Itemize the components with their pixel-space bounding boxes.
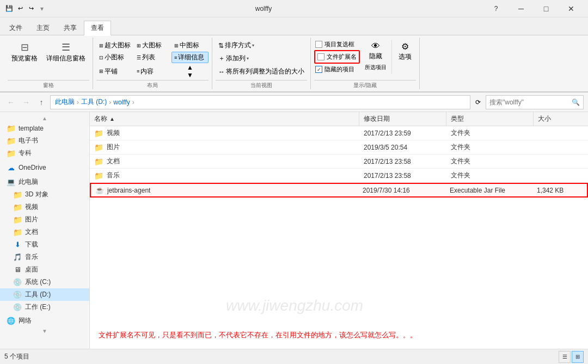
breadcrumb-sep-3: ›: [132, 98, 134, 106]
ribbon-group-current-view: ⇅排序方式▾ ＋添加列▾ ↔将所有列调整为适合的大小 当前视图: [212, 38, 311, 89]
tab-view[interactable]: 查看: [84, 21, 111, 36]
maximize-button[interactable]: □: [534, 0, 559, 17]
preview-pane-btn[interactable]: ⊟ 预览窗格: [8, 40, 41, 79]
checkbox-item-checkboxes[interactable]: 项目复选框: [314, 40, 360, 49]
file-size-1: [534, 140, 588, 154]
file-type-0: 文件夹: [446, 126, 534, 140]
sidebar-item-music[interactable]: 🎵 音乐: [0, 251, 89, 263]
add-column-btn[interactable]: ＋添加列▾: [216, 53, 307, 64]
hide-selected-btn[interactable]: 👁 隐藏: [362, 40, 389, 63]
save-quick-btn[interactable]: 💾: [4, 4, 14, 14]
sidebar-item-drive-d[interactable]: 💿 工具 (D:): [0, 288, 89, 301]
layout-dropdown[interactable]: ▲▼: [171, 64, 209, 79]
extra-large-icon-btn[interactable]: ⊞ 超大图标: [96, 40, 133, 51]
details-pane-btn[interactable]: ☰ 详细信息窗格: [42, 40, 89, 79]
sort-by-btn[interactable]: ⇅排序方式▾: [216, 40, 307, 51]
col-type[interactable]: 类型: [446, 112, 534, 126]
large-icon-btn[interactable]: ⊞ 大图标: [134, 40, 171, 51]
large-icon-view-btn[interactable]: ⊞: [572, 351, 584, 363]
sidebar-item-template[interactable]: 📁 template: [0, 122, 89, 134]
col-name[interactable]: 名称 ▲: [90, 112, 359, 126]
folder-icon-0: 📁: [94, 129, 103, 138]
sidebar-item-pictures[interactable]: 📁 图片: [0, 213, 89, 226]
view-mode-buttons[interactable]: ☰ ⊞: [559, 351, 584, 363]
nav-back-btn[interactable]: ←: [4, 96, 17, 109]
window-controls[interactable]: ? ─ □ ✕: [483, 0, 584, 17]
close-button[interactable]: ✕: [559, 0, 584, 17]
sidebar-item-drive-e[interactable]: 💿 工作 (E:): [0, 301, 89, 313]
sidebar-item-docs[interactable]: 📁 文档: [0, 226, 89, 238]
options-btn-label: 选项: [399, 52, 412, 61]
layout-buttons: ⊞ 超大图标 ⊞ 大图标 ⊞ 中图标 ⊡ 小图标 ☰ 列表 ≡ 详细信息 ⊞ 平…: [96, 40, 209, 79]
item-checkbox-box[interactable]: [315, 41, 322, 48]
checkbox-hidden-items[interactable]: 隐藏的项目: [314, 65, 360, 74]
col-size[interactable]: 大小: [534, 112, 588, 126]
hidden-items-label: 隐藏的项目: [324, 65, 354, 73]
sidebar-item-drive-c[interactable]: 💿 系统 (C:): [0, 276, 89, 288]
sidebar-item-onedrive[interactable]: ☁ OneDrive: [0, 162, 89, 174]
file-name-1: 📁 图片: [90, 140, 359, 154]
nav-forward-btn[interactable]: →: [20, 96, 33, 109]
ribbon: 文件 主页 共享 查看 ⊟ 预览窗格 ☰ 详细信息窗格 窗格: [0, 17, 588, 92]
file-modified-0: 2017/2/13 23:59: [359, 126, 446, 140]
tile-btn[interactable]: ⊞ 平铺: [96, 64, 133, 79]
checkbox-file-ext[interactable]: 文件扩展名: [316, 52, 358, 61]
show-hide-buttons: 项目复选框 文件扩展名 隐藏的项目: [314, 40, 416, 79]
layout-group-label: 布局: [96, 80, 209, 89]
nav-up-btn[interactable]: ↑: [35, 96, 48, 109]
fit-columns-btn[interactable]: ↔将所有列调整为适合的大小: [216, 66, 307, 77]
sidebar-item-specialty[interactable]: 📁 专科: [0, 147, 89, 159]
small-icon-btn[interactable]: ⊡ 小图标: [96, 52, 133, 63]
tab-home[interactable]: 主页: [29, 21, 57, 35]
folder-icon-ebooks: 📁: [7, 137, 15, 145]
folder-icon-3d: 📁: [13, 190, 22, 199]
table-row[interactable]: 📁 视频 2017/2/13 23:59 文件夹: [90, 126, 588, 140]
folder-icon-3: 📁: [94, 171, 103, 180]
breadcrumb-drive[interactable]: 工具 (D:): [81, 97, 107, 107]
sidebar-item-videos[interactable]: 📁 视频: [0, 201, 89, 213]
sidebar-item-ebooks[interactable]: 📁 电子书: [0, 134, 89, 147]
scroll-up-arrow[interactable]: ▲: [0, 114, 89, 122]
hidden-items-checkbox-box[interactable]: [315, 66, 322, 73]
table-row[interactable]: 📁 文档 2017/2/13 23:58 文件夹: [90, 155, 588, 169]
file-modified-1: 2019/3/5 20:54: [359, 140, 446, 154]
file-table: 📁 视频 2017/2/13 23:59 文件夹 📁 图片 2019/3/5 2…: [90, 126, 588, 322]
file-size-0: [534, 126, 588, 140]
col-modified[interactable]: 修改日期: [359, 112, 446, 126]
options-label[interactable]: 所选项目: [365, 64, 387, 71]
table-row[interactable]: ☕ jetbrains-agent 2019/7/30 14:16 Execut…: [90, 183, 588, 198]
redo-quick-btn[interactable]: ↪: [26, 4, 36, 14]
minimize-button[interactable]: ─: [509, 0, 534, 17]
annotation-text: 文件扩展名不可见，只是看不到而已，不代表它不存在，在引用文件的地方，该怎么写就怎…: [90, 322, 588, 349]
tab-file[interactable]: 文件: [2, 21, 29, 35]
file-size-3: [534, 169, 588, 182]
list-btn[interactable]: ☰ 列表: [134, 52, 171, 63]
breadcrumb-pc[interactable]: 此电脑: [55, 97, 75, 107]
search-input[interactable]: [489, 98, 569, 106]
options-btn[interactable]: ⚙ 选项: [394, 40, 416, 63]
sidebar-item-network[interactable]: 🌐 网络: [0, 314, 89, 327]
breadcrumb-folder[interactable]: wolffy: [113, 98, 130, 106]
medium-icon-btn[interactable]: ⊞ 中图标: [171, 40, 209, 51]
jar-icon: ☕: [95, 186, 104, 194]
details-view-btn[interactable]: ☰: [559, 351, 571, 363]
undo-quick-btn[interactable]: ↩: [15, 4, 25, 14]
sidebar-item-downloads[interactable]: ⬇ 下载: [0, 238, 89, 251]
help-button[interactable]: ?: [483, 0, 509, 17]
tab-share[interactable]: 共享: [57, 21, 84, 35]
details-btn[interactable]: ≡ 详细信息: [171, 52, 209, 63]
table-row[interactable]: 📁 音乐 2017/2/13 23:58 文件夹: [90, 169, 588, 183]
file-ext-checkbox-box[interactable]: [317, 53, 324, 60]
content-btn[interactable]: ≡ 内容: [134, 64, 171, 79]
sidebar-item-3d[interactable]: 📁 3D 对象: [0, 188, 89, 201]
quick-access[interactable]: 💾 ↩ ↪: [4, 4, 36, 14]
table-row[interactable]: 📁 图片 2019/3/5 20:54 文件夹: [90, 140, 588, 155]
desktop-icon: 🖥: [13, 266, 22, 274]
file-modified-3: 2017/2/13 23:58: [359, 169, 446, 182]
search-box[interactable]: 🔍: [486, 95, 584, 109]
refresh-btn[interactable]: ⟳: [473, 97, 483, 108]
breadcrumb[interactable]: 此电脑 › 工具 (D:) › wolffy ›: [50, 95, 470, 109]
sidebar-item-this-pc[interactable]: 💻 此电脑: [0, 176, 89, 188]
sidebar-item-desktop[interactable]: 🖥 桌面: [0, 263, 89, 276]
scroll-down-arrow[interactable]: ▼: [0, 327, 89, 335]
